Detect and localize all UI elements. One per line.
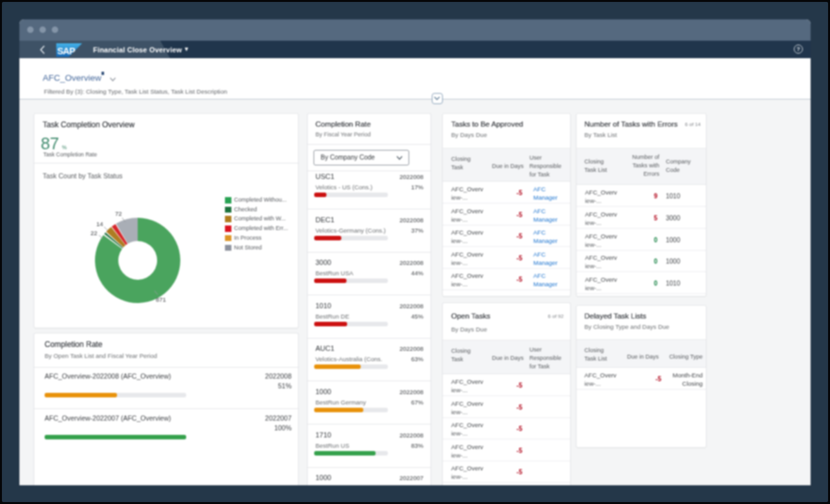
svg-text:72: 72 bbox=[115, 210, 122, 217]
svg-text:14: 14 bbox=[96, 220, 103, 227]
svg-text:871: 871 bbox=[156, 296, 166, 303]
svg-text:22: 22 bbox=[90, 229, 98, 236]
svg-text:SAP: SAP bbox=[58, 46, 76, 56]
